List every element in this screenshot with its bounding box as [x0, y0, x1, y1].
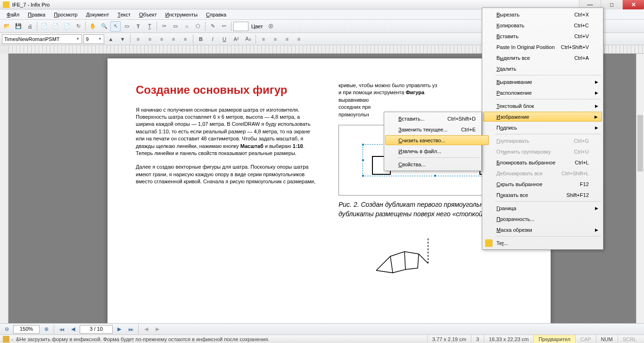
zoom-field[interactable]: 150% — [13, 325, 40, 334]
menu-item[interactable]: ВырезатьCtrl+X — [483, 9, 602, 20]
zoom-out-button[interactable]: ⊖ — [2, 325, 11, 334]
italic-icon[interactable]: I — [207, 34, 218, 44]
context-menu-image: Вставить...Ctrl+Shift+DЗаменить текущее.… — [384, 112, 482, 171]
menu-item[interactable]: Вставить...Ctrl+Shift+D — [385, 113, 489, 124]
link-tool-icon[interactable]: T̲ — [144, 21, 155, 32]
print-icon[interactable]: 🖨 — [25, 21, 35, 32]
menu-item: ГруппироватьCtrl+G — [483, 135, 602, 146]
menu-item[interactable]: Выделить всеCtrl+A — [483, 52, 602, 63]
menu-item[interactable]: ВставитьCtrl+V — [483, 31, 602, 41]
vertical-scrollbar[interactable] — [636, 54, 644, 323]
crop-tool-icon[interactable]: ✂ — [159, 21, 169, 32]
menu-item[interactable]: Показать всеShift+F12 — [483, 189, 602, 200]
menu-item[interactable]: Свойства... — [385, 159, 489, 170]
menu-item[interactable]: Paste In Original PositionCtrl+Shift+V — [483, 41, 602, 52]
hand-tool-icon[interactable]: ✋ — [88, 21, 98, 32]
menu-item[interactable]: Извлечь в файл... — [385, 146, 489, 156]
align-right-icon[interactable]: ≡ — [157, 34, 167, 44]
menu-просмотр[interactable]: Просмотр — [50, 11, 81, 18]
scrollbar-thumb[interactable] — [637, 115, 643, 172]
menu-item[interactable]: Блокировать выбранноеCtrl+L — [483, 157, 602, 168]
menu-item[interactable]: Выравнивание▶ — [483, 76, 602, 87]
spacing3-icon[interactable]: ≡ — [282, 34, 292, 44]
spacing2-icon[interactable]: ≡ — [270, 34, 281, 44]
menu-item[interactable]: Удалить — [483, 63, 602, 74]
menu-item[interactable]: Граница▶ — [483, 203, 602, 213]
spacing1-icon[interactable]: ≡ — [258, 34, 269, 44]
menu-item: Деблокировать всеCtrl+Shift+L — [483, 168, 602, 179]
menu-item[interactable]: Заменить текущее...Ctrl+E — [385, 124, 489, 135]
size-up-icon[interactable]: ▲ — [106, 34, 116, 44]
page-field[interactable]: 3 / 10 — [80, 325, 113, 334]
status-num: NUM — [596, 335, 618, 343]
body-text: Далее я создаю векторные фигуры для шатр… — [136, 163, 320, 185]
bold-icon[interactable]: B — [196, 34, 206, 44]
menu-item[interactable]: Изображение▶ — [483, 112, 602, 122]
close-button[interactable]: ✕ — [622, 0, 644, 9]
menu-справка[interactable]: Справка — [202, 11, 230, 18]
status-cap: CAP — [575, 335, 596, 343]
underline-icon[interactable]: U — [219, 34, 230, 44]
menu-item[interactable]: Маска обрезки▶ — [483, 224, 602, 235]
first-page-button[interactable]: ⏮ — [57, 325, 66, 334]
menu-инструменты[interactable]: Инструменты — [161, 11, 201, 18]
ellipse-tool-icon[interactable]: ○ — [182, 21, 192, 32]
lock-icon — [3, 336, 9, 343]
ruler-vertical[interactable] — [0, 54, 8, 323]
last-page-button[interactable]: ⏭ — [126, 325, 135, 334]
rect-tool-icon[interactable]: ▭ — [170, 21, 181, 32]
navigation-bar: ⊖ 150% ⊕ ⏮ ◀ 3 / 10 ▶ ⏭ ◀ ▶ — [0, 323, 644, 335]
menu-item[interactable]: Прозрачность... — [483, 213, 602, 224]
font-family-combo[interactable]: TimesNewRomanPSMT▼ — [2, 34, 82, 44]
menu-объект[interactable]: Объект — [135, 11, 160, 18]
app-icon — [3, 1, 9, 8]
menu-правка[interactable]: Правка — [24, 11, 49, 18]
eyedropper-icon[interactable]: ⦿ — [266, 21, 276, 32]
align-justify-icon[interactable]: ≡ — [168, 34, 179, 44]
maximize-button[interactable]: □ — [601, 0, 622, 9]
status-bar: - &Не загрузить форму в инфиксной. Форма… — [0, 335, 644, 343]
menu-файл[interactable]: Файл — [3, 11, 23, 18]
menu-документ[interactable]: Документ — [82, 11, 113, 18]
select-tool-icon[interactable]: ↖ — [110, 21, 121, 32]
font-size-combo[interactable]: 9▼ — [83, 34, 104, 44]
align-left-icon[interactable]: ≡ — [133, 34, 143, 44]
zoom-tool-icon[interactable]: 🔍 — [99, 21, 109, 32]
prev-page-button[interactable]: ◀ — [68, 325, 78, 334]
delete-page-icon[interactable]: 📄 — [62, 21, 72, 32]
menu-item[interactable]: КопироватьCtrl+C — [483, 20, 602, 31]
rotate-icon[interactable]: ↻ — [73, 21, 83, 32]
copy-page-icon[interactable]: 📄 — [50, 21, 61, 32]
next-page-button[interactable]: ▶ — [115, 325, 124, 334]
pen-tool-icon[interactable]: ✎ — [207, 21, 218, 32]
spacing4-icon[interactable]: ≡ — [294, 34, 304, 44]
align-center-icon[interactable]: ≡ — [145, 34, 155, 44]
open-icon[interactable]: 📂 — [2, 21, 12, 32]
size-down-icon[interactable]: ▼ — [117, 34, 128, 44]
page-heading: Создание основных фигур — [136, 82, 320, 98]
menu-item[interactable]: Подпись▶ — [483, 122, 602, 133]
menu-item[interactable]: Снизить качество... — [385, 135, 489, 145]
status-warning: Предварител — [533, 335, 575, 343]
polygon-tool-icon[interactable]: ⬠ — [193, 21, 203, 32]
menu-item[interactable]: Расположение▶ — [483, 87, 602, 98]
window-title: IFE_7 - Infix Pro — [12, 2, 50, 8]
align-full-icon[interactable]: ≡ — [180, 34, 190, 44]
menu-item[interactable]: Текстовый блок▶ — [483, 100, 602, 111]
context-menu-main: ВырезатьCtrl+XКопироватьCtrl+CВставитьCt… — [482, 8, 603, 250]
object-tool-icon[interactable]: ▭ — [122, 21, 132, 32]
back-button[interactable]: ◀ — [141, 325, 151, 334]
color-swatch[interactable] — [233, 22, 248, 31]
new-page-icon[interactable]: 📄 — [39, 21, 50, 32]
status-message: &Не загрузить форму в инфиксной. Форма б… — [16, 336, 269, 342]
menu-текст[interactable]: Текст — [114, 11, 134, 18]
text-tool-icon[interactable]: T — [133, 21, 143, 32]
highlight-tool-icon[interactable]: ✏ — [219, 21, 229, 32]
menu-item[interactable]: Тег... — [483, 237, 602, 248]
menu-item[interactable]: Скрыть выбранноеF12 — [483, 179, 602, 189]
zoom-in-button[interactable]: ⊕ — [41, 325, 51, 334]
save-icon[interactable]: 💾 — [13, 21, 24, 32]
subscript-icon[interactable]: A₂ — [243, 34, 253, 44]
forward-button[interactable]: ▶ — [153, 325, 162, 334]
superscript-icon[interactable]: A² — [231, 34, 241, 44]
